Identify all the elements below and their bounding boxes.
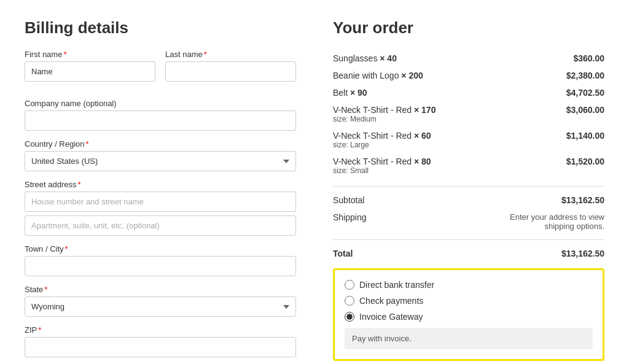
payment-radio-check[interactable]	[345, 296, 354, 306]
order-item-row: Sunglasses × 40 $360.00	[333, 50, 604, 67]
payment-label-invoice[interactable]: Invoice Gateway	[359, 312, 423, 322]
order-item-name: V-Neck T-Shirt - Red × 170 size: Medium	[333, 101, 531, 127]
divider-2	[333, 239, 604, 240]
payment-label-check[interactable]: Check payments	[359, 296, 423, 306]
order-item-price: $3,060.00	[531, 101, 604, 127]
payment-option-invoice: Invoice Gateway	[345, 312, 593, 322]
town-city-input[interactable]	[25, 256, 296, 276]
zip-input[interactable]	[25, 337, 296, 357]
order-item-price: $2,380.00	[531, 67, 604, 84]
order-item-name: Sunglasses × 40	[333, 50, 531, 67]
first-name-group: First name*	[25, 50, 155, 82]
street-address-input-2[interactable]	[25, 215, 296, 236]
order-item-name: Belt × 90	[333, 84, 531, 101]
order-item-row: Beanie with Logo × 200 $2,380.00	[333, 67, 604, 84]
shipping-label: Shipping	[333, 212, 367, 231]
order-section: Your order Sunglasses × 40 $360.00 Beani…	[333, 18, 604, 364]
order-item-meta: size: Large	[333, 141, 531, 149]
payment-radio-bank[interactable]	[345, 280, 354, 290]
first-name-label: First name*	[25, 50, 155, 59]
town-city-label: Town / City*	[25, 244, 296, 254]
zip-group: ZIP*	[25, 325, 296, 357]
order-item-row: V-Neck T-Shirt - Red × 60 size: Large $1…	[333, 127, 604, 153]
order-item-row: V-Neck T-Shirt - Red × 80 size: Small $1…	[333, 153, 604, 179]
order-item-price: $360.00	[531, 50, 604, 67]
payment-box: Direct bank transfer Check payments Invo…	[333, 268, 604, 361]
street-address-group: Street address*	[25, 180, 296, 236]
order-item-row: V-Neck T-Shirt - Red × 170 size: Medium …	[333, 101, 604, 127]
payment-option-check: Check payments	[345, 296, 593, 306]
shipping-row: Shipping Enter your address to view ship…	[333, 209, 604, 234]
payment-radio-invoice[interactable]	[345, 312, 354, 322]
last-name-group: Last name*	[165, 50, 296, 82]
street-address-input-1[interactable]	[25, 192, 296, 212]
billing-details-section: Billing details First name* Last name* C…	[25, 18, 296, 364]
subtotal-row: Subtotal $13,162.50	[333, 192, 604, 209]
payment-option-bank: Direct bank transfer	[345, 280, 593, 290]
street-address-label: Street address*	[25, 180, 296, 189]
state-label: State*	[25, 285, 296, 294]
order-item-name: V-Neck T-Shirt - Red × 60 size: Large	[333, 127, 531, 153]
order-item-row: Belt × 90 $4,702.50	[333, 84, 604, 101]
state-select[interactable]: Wyoming Alabama Alaska Arizona Californi…	[25, 296, 296, 317]
order-item-name: V-Neck T-Shirt - Red × 80 size: Small	[333, 153, 531, 179]
order-item-price: $1,520.00	[531, 153, 604, 179]
shipping-value: Enter your address to view shipping opti…	[482, 212, 604, 231]
country-label: Country / Region*	[25, 139, 296, 149]
total-row: Total $13,162.50	[333, 245, 604, 262]
order-item-price: $4,702.50	[531, 84, 604, 101]
divider-1	[333, 186, 604, 187]
order-item-meta: size: Small	[333, 166, 531, 175]
subtotal-value: $13,162.50	[561, 195, 604, 205]
order-items-table: Sunglasses × 40 $360.00 Beanie with Logo…	[333, 50, 604, 179]
order-item-price: $1,140.00	[531, 127, 604, 153]
country-select[interactable]: United States (US) Canada United Kingdom…	[25, 151, 296, 171]
order-item-meta: size: Medium	[333, 115, 531, 123]
company-name-input[interactable]	[25, 110, 296, 131]
billing-title: Billing details	[25, 18, 296, 37]
company-name-group: Company name (optional)	[25, 99, 296, 131]
total-value: $13,162.50	[561, 249, 604, 258]
last-name-label: Last name*	[165, 50, 296, 59]
first-name-input[interactable]	[25, 61, 155, 82]
order-title: Your order	[333, 18, 604, 37]
invoice-note: Pay with invoice.	[345, 328, 593, 349]
town-city-group: Town / City*	[25, 244, 296, 276]
company-name-label: Company name (optional)	[25, 99, 296, 108]
state-group: State* Wyoming Alabama Alaska Arizona Ca…	[25, 285, 296, 317]
payment-label-bank[interactable]: Direct bank transfer	[359, 280, 434, 290]
total-label: Total	[333, 249, 353, 258]
country-group: Country / Region* United States (US) Can…	[25, 139, 296, 171]
last-name-input[interactable]	[165, 61, 296, 82]
zip-label: ZIP*	[25, 325, 296, 335]
order-item-name: Beanie with Logo × 200	[333, 67, 531, 84]
subtotal-label: Subtotal	[333, 195, 364, 205]
